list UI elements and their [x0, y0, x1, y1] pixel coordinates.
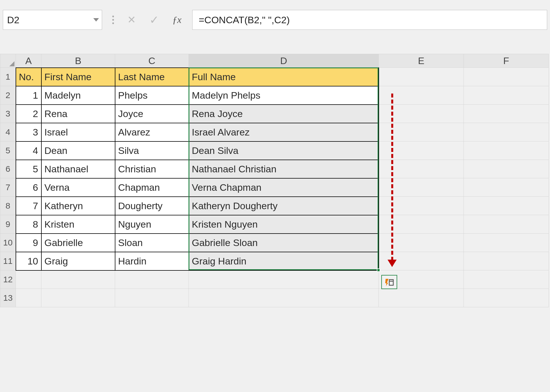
- cell-B10[interactable]: Gabrielle: [41, 234, 115, 252]
- cell-C1[interactable]: Last Name: [115, 68, 189, 86]
- cell-B5[interactable]: Dean: [41, 141, 115, 160]
- cell-F13[interactable]: [464, 289, 549, 307]
- cell-D4[interactable]: Israel Alvarez: [189, 123, 379, 141]
- cell-C5[interactable]: Silva: [115, 141, 189, 160]
- cell-A13[interactable]: [16, 289, 41, 307]
- row-header[interactable]: 8: [0, 197, 16, 215]
- cell-D6[interactable]: Nathanael Christian: [189, 160, 379, 178]
- row-header[interactable]: 7: [0, 178, 16, 197]
- cell-B9[interactable]: Kristen: [41, 215, 115, 234]
- cell-C12[interactable]: [115, 270, 189, 289]
- cell-A12[interactable]: [16, 270, 41, 289]
- row-header[interactable]: 10: [0, 234, 16, 252]
- cell-A1[interactable]: No.: [16, 68, 41, 86]
- cell-D7[interactable]: Verna Chapman: [189, 178, 379, 197]
- cell-B1[interactable]: First Name: [41, 68, 115, 86]
- row-header[interactable]: 6: [0, 160, 16, 178]
- cell-C2[interactable]: Phelps: [115, 86, 189, 105]
- cell-B2[interactable]: Madelyn: [41, 86, 115, 105]
- cell-C13[interactable]: [115, 289, 189, 307]
- row-header[interactable]: 12: [0, 270, 16, 289]
- cell-B4[interactable]: Israel: [41, 123, 115, 141]
- col-header-E[interactable]: E: [379, 54, 464, 68]
- cell-A8[interactable]: 7: [16, 197, 41, 215]
- name-box[interactable]: D2: [3, 10, 102, 30]
- cell-A11[interactable]: 10: [16, 252, 41, 270]
- cell-F3[interactable]: [464, 105, 549, 123]
- cell-B8[interactable]: Katheryn: [41, 197, 115, 215]
- cell-F8[interactable]: [464, 197, 549, 215]
- col-header-D[interactable]: D: [189, 54, 379, 68]
- cell-C4[interactable]: Alvarez: [115, 123, 189, 141]
- cell-C3[interactable]: Joyce: [115, 105, 189, 123]
- cell-F6[interactable]: [464, 160, 549, 178]
- autofill-options-button[interactable]: [381, 275, 397, 289]
- cell-C6[interactable]: Christian: [115, 160, 189, 178]
- cell-A9[interactable]: 8: [16, 215, 41, 234]
- cell-D11[interactable]: Graig Hardin: [189, 252, 379, 270]
- col-header-F[interactable]: F: [464, 54, 549, 68]
- row-header[interactable]: 11: [0, 252, 16, 270]
- cell-F9[interactable]: [464, 215, 549, 234]
- name-box-value: D2: [7, 14, 19, 26]
- cell-F11[interactable]: [464, 252, 549, 270]
- cell-F4[interactable]: [464, 123, 549, 141]
- cell-A4[interactable]: 3: [16, 123, 41, 141]
- cell-D5[interactable]: Dean Silva: [189, 141, 379, 160]
- cell-B6[interactable]: Nathanael: [41, 160, 115, 178]
- cell-B3[interactable]: Rena: [41, 105, 115, 123]
- cell-D3[interactable]: Rena Joyce: [189, 105, 379, 123]
- cell-D10[interactable]: Gabrielle Sloan: [189, 234, 379, 252]
- row-header[interactable]: 2: [0, 86, 16, 105]
- cell-F10[interactable]: [464, 234, 549, 252]
- formula-bar-input[interactable]: =CONCAT(B2," ",C2): [192, 10, 547, 30]
- cell-C10[interactable]: Sloan: [115, 234, 189, 252]
- fx-icon: ƒx: [172, 14, 181, 25]
- cell-E1[interactable]: [379, 68, 464, 86]
- cell-D1[interactable]: Full Name: [189, 68, 379, 86]
- cell-C9[interactable]: Nguyen: [115, 215, 189, 234]
- cell-C11[interactable]: Hardin: [115, 252, 189, 270]
- cell-D8[interactable]: Katheryn Dougherty: [189, 197, 379, 215]
- row-header[interactable]: 13: [0, 289, 16, 307]
- spreadsheet-grid[interactable]: A B C D E F 1 No. First Name Last Name F…: [0, 54, 550, 307]
- col-header-C[interactable]: C: [115, 54, 189, 68]
- annotation-arrow-head: [388, 260, 397, 267]
- cell-D2[interactable]: Madelyn Phelps: [189, 86, 379, 105]
- cell-A3[interactable]: 2: [16, 105, 41, 123]
- cell-F1[interactable]: [464, 68, 549, 86]
- cell-F12[interactable]: [464, 270, 549, 289]
- fill-handle[interactable]: [377, 268, 380, 272]
- chevron-down-icon[interactable]: [93, 18, 99, 22]
- cell-A5[interactable]: 4: [16, 141, 41, 160]
- row-header[interactable]: 1: [0, 68, 16, 86]
- row-header[interactable]: 9: [0, 215, 16, 234]
- cell-B7[interactable]: Verna: [41, 178, 115, 197]
- cell-D9[interactable]: Kristen Nguyen: [189, 215, 379, 234]
- row-header[interactable]: 4: [0, 123, 16, 141]
- cell-C8[interactable]: Dougherty: [115, 197, 189, 215]
- cell-A7[interactable]: 6: [16, 178, 41, 197]
- cell-F2[interactable]: [464, 86, 549, 105]
- insert-function-button[interactable]: ƒx: [169, 12, 185, 28]
- cell-F7[interactable]: [464, 178, 549, 197]
- formula-bar-value: =CONCAT(B2," ",C2): [199, 14, 290, 26]
- cell-B11[interactable]: Graig: [41, 252, 115, 270]
- cell-A2[interactable]: 1: [16, 86, 41, 105]
- row-header[interactable]: 5: [0, 141, 16, 160]
- cell-A6[interactable]: 5: [16, 160, 41, 178]
- cell-A10[interactable]: 9: [16, 234, 41, 252]
- col-header-A[interactable]: A: [16, 54, 41, 68]
- cell-D12[interactable]: [189, 270, 379, 289]
- cell-B12[interactable]: [41, 270, 115, 289]
- cell-C7[interactable]: Chapman: [115, 178, 189, 197]
- autofill-icon: [384, 277, 394, 287]
- select-all-corner[interactable]: [0, 54, 16, 68]
- col-header-B[interactable]: B: [41, 54, 115, 68]
- cell-D13[interactable]: [189, 289, 379, 307]
- cell-F5[interactable]: [464, 141, 549, 160]
- cell-E13[interactable]: [379, 289, 464, 307]
- cell-B13[interactable]: [41, 289, 115, 307]
- grip-icon: [109, 16, 117, 24]
- row-header[interactable]: 3: [0, 105, 16, 123]
